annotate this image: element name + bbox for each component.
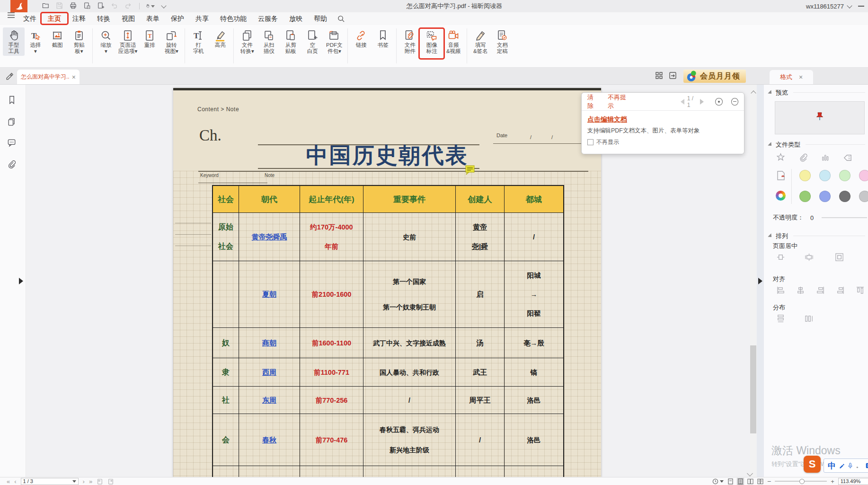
highlight-button[interactable]: 高亮 bbox=[209, 27, 231, 56]
menu-item-idx9[interactable]: 云服务 bbox=[252, 12, 283, 25]
hand-tool-button[interactable]: 手型工具 bbox=[3, 27, 25, 56]
pencil-icon[interactable] bbox=[5, 71, 14, 80]
continuous-view-icon[interactable] bbox=[737, 478, 744, 485]
sidebar-bookmark-icon[interactable] bbox=[7, 95, 17, 106]
zoom-button[interactable]: 缩放▾ bbox=[95, 27, 117, 56]
scanner-button[interactable]: 从扫描仪 bbox=[258, 27, 280, 56]
menu-item-file[interactable]: 文件 bbox=[18, 12, 42, 25]
expand-left-panel-arrow[interactable] bbox=[19, 278, 23, 284]
align-right-edge-icon[interactable] bbox=[836, 286, 845, 295]
blank-page-button[interactable]: 空白页 bbox=[301, 27, 323, 56]
menu-item-idx3[interactable]: 转换 bbox=[91, 12, 116, 25]
color-swatch[interactable] bbox=[859, 191, 868, 202]
open-folder-icon[interactable] bbox=[42, 1, 51, 11]
menu-item-idx8[interactable]: 特色功能 bbox=[214, 12, 252, 25]
distribute-vertical-icon[interactable] bbox=[776, 314, 785, 323]
ime-board-icon[interactable] bbox=[866, 462, 868, 469]
color-swatch[interactable] bbox=[799, 170, 811, 181]
tab-format-panel[interactable]: 格式 × bbox=[770, 70, 813, 84]
print-icon[interactable] bbox=[69, 1, 79, 11]
align-top-icon[interactable] bbox=[856, 286, 865, 295]
tag-icon[interactable] bbox=[842, 152, 853, 163]
fill-sign-button[interactable]: 填写&签名 bbox=[469, 27, 491, 56]
popup-settings-icon[interactable] bbox=[715, 98, 722, 106]
center-both-icon[interactable] bbox=[835, 253, 844, 262]
first-page-button[interactable]: « bbox=[7, 478, 10, 485]
snapshot-button[interactable]: 截图 bbox=[46, 27, 68, 56]
zoom-level-select[interactable]: 113.49% bbox=[838, 478, 868, 485]
audio-video-button[interactable]: 音频&视频 bbox=[443, 27, 464, 56]
edit-document-link[interactable]: 点击编辑文档 bbox=[587, 115, 627, 124]
menu-item-idx10[interactable]: 放映 bbox=[283, 12, 308, 25]
hamburger-icon[interactable] bbox=[0, 12, 18, 25]
image-annotation-button[interactable]: 图像标注 bbox=[421, 27, 443, 56]
pdf-portfolio-button[interactable]: PDF文件包▾ bbox=[323, 27, 345, 56]
ime-chinese-mode[interactable]: 中 bbox=[828, 460, 836, 471]
from-clipboard-button[interactable]: 从剪贴板 bbox=[280, 27, 301, 56]
export-page-icon[interactable] bbox=[83, 1, 92, 11]
scroll-up-icon[interactable] bbox=[751, 90, 756, 96]
reflow-button[interactable]: T 重排 bbox=[139, 27, 160, 56]
pdf-link[interactable]: 春秋 bbox=[262, 435, 276, 445]
account-menu[interactable]: wx118615277 bbox=[806, 3, 851, 10]
attachment-icon[interactable] bbox=[797, 152, 808, 163]
bookmark-button[interactable]: 书签 bbox=[372, 27, 394, 56]
tab-close-icon[interactable]: × bbox=[72, 74, 76, 80]
ime-toolbar[interactable]: 中 。 bbox=[824, 459, 868, 473]
sidebar-paperclip-icon[interactable] bbox=[7, 159, 17, 170]
color-swatch[interactable] bbox=[859, 170, 868, 181]
search-icon[interactable] bbox=[333, 12, 349, 25]
file-attach-button[interactable]: 文件附件 bbox=[399, 27, 421, 56]
menu-item-idx6[interactable]: 保护 bbox=[165, 12, 190, 25]
align-center-icon[interactable] bbox=[796, 286, 805, 295]
opacity-slider[interactable] bbox=[822, 217, 867, 218]
format-tab-close-icon[interactable]: × bbox=[799, 74, 803, 80]
facing-view-icon[interactable] bbox=[747, 478, 753, 485]
expand-right-panel-arrow[interactable] bbox=[758, 278, 762, 284]
clipboard-button[interactable]: 剪贴板▾ bbox=[68, 27, 90, 56]
color-swatch[interactable] bbox=[819, 170, 831, 181]
dont-show-checkbox[interactable] bbox=[587, 139, 593, 145]
read-mode-icon[interactable] bbox=[669, 71, 677, 79]
rotate-view-button[interactable]: 旋转视图▾ bbox=[160, 27, 182, 56]
next-page-button[interactable]: › bbox=[83, 478, 85, 485]
facing-continuous-view-icon[interactable] bbox=[757, 478, 763, 485]
ime-punct-mode[interactable]: 。 bbox=[856, 461, 862, 470]
last-page-button[interactable]: » bbox=[89, 478, 92, 485]
popup-prev-icon[interactable] bbox=[681, 99, 684, 105]
pin-star-icon[interactable] bbox=[775, 152, 786, 163]
collapse-icon[interactable] bbox=[768, 142, 773, 147]
next-view-icon[interactable] bbox=[107, 478, 114, 485]
menu-item-idx7[interactable]: 共享 bbox=[190, 12, 214, 25]
page-number-select[interactable]: 1 / 3 bbox=[21, 478, 79, 485]
prev-view-icon[interactable] bbox=[97, 478, 103, 485]
add-page-icon[interactable] bbox=[97, 1, 106, 11]
pdf-link[interactable]: 黄帝 bbox=[473, 222, 487, 232]
pushpin-type-icon[interactable] bbox=[775, 170, 787, 181]
fit-page-button[interactable]: 页面适应选项▾ bbox=[117, 27, 139, 56]
chevron-down-icon[interactable] bbox=[159, 1, 168, 11]
dont-remind-button[interactable]: 不再提示 bbox=[608, 93, 631, 110]
sticky-note-icon[interactable] bbox=[465, 165, 476, 175]
popup-next-icon[interactable] bbox=[700, 99, 704, 105]
menu-item-idx4[interactable]: 视图 bbox=[116, 12, 141, 25]
single-page-view-icon[interactable] bbox=[727, 478, 734, 485]
pdf-link[interactable]: 东周 bbox=[262, 396, 276, 405]
thumbnail-grid-icon[interactable] bbox=[655, 71, 663, 79]
collapse-icon[interactable] bbox=[768, 233, 773, 238]
color-swatch[interactable] bbox=[819, 191, 831, 202]
select-button[interactable]: T 选择▾ bbox=[25, 27, 46, 56]
collapse-icon[interactable] bbox=[768, 90, 773, 95]
member-benefit-banner[interactable]: 会员月月领 bbox=[683, 70, 746, 83]
popup-collapse-icon[interactable] bbox=[731, 98, 738, 106]
prev-page-button[interactable]: ‹ bbox=[14, 478, 16, 485]
finalize-button[interactable]: 文档定稿 bbox=[491, 27, 513, 56]
sidebar-comment-icon[interactable] bbox=[7, 138, 17, 148]
tab-document[interactable]: 怎么面对高中学习... × bbox=[17, 70, 80, 84]
document-scrollbar[interactable] bbox=[750, 85, 757, 477]
minimize-button[interactable] bbox=[858, 6, 864, 7]
sidebar-pages-icon[interactable] bbox=[7, 117, 17, 127]
ime-pen-icon[interactable] bbox=[839, 463, 844, 469]
center-vertical-icon[interactable] bbox=[776, 253, 785, 262]
save-icon[interactable] bbox=[55, 1, 65, 11]
